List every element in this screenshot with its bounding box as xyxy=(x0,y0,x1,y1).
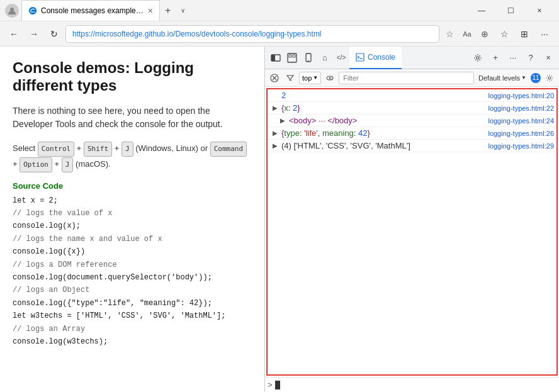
console-source-link[interactable]: logging-types.html:22 xyxy=(483,104,554,112)
console-row[interactable]: ▶{type: 'life', meaning: 42}logging-type… xyxy=(268,127,556,140)
console-row[interactable]: 2logging-types.html:20 xyxy=(268,89,556,102)
svg-rect-5 xyxy=(289,55,291,57)
page-title: Console demos: Logging different types xyxy=(13,59,252,94)
plus4: + xyxy=(55,159,60,169)
dt-customize-button[interactable] xyxy=(470,50,486,66)
console-input-row: > xyxy=(265,377,559,392)
dt-elements-button[interactable]: </> xyxy=(333,50,349,66)
maximize-button[interactable]: ☐ xyxy=(496,0,525,21)
forward-button[interactable]: → xyxy=(25,25,43,43)
console-context-select[interactable]: top ▼ xyxy=(299,72,321,84)
key-j: J xyxy=(121,142,133,157)
svg-rect-6 xyxy=(293,55,295,57)
minimize-button[interactable]: — xyxy=(467,0,496,21)
key-command: Command xyxy=(210,142,247,157)
key-shift: Shift xyxy=(84,142,112,157)
console-row[interactable]: ▶<body> ··· </body>logging-types.html:24 xyxy=(268,115,556,127)
console-value: (4) ['HTML', 'CSS', 'SVG', 'MathML'] xyxy=(281,141,483,150)
plus3: + xyxy=(13,159,18,169)
console-clear-button[interactable] xyxy=(268,71,281,85)
window-controls: — ☐ × xyxy=(467,0,554,21)
source-code-label: Source Code xyxy=(13,181,252,191)
refresh-button[interactable]: ↻ xyxy=(45,25,63,43)
instruction-text: Select Control + Shift + J (Windows, Lin… xyxy=(13,141,252,172)
svg-point-1 xyxy=(29,7,37,14)
dt-console-tab[interactable]: Console xyxy=(349,47,402,69)
tabs-area: Console messages examples: log... × + ∨ xyxy=(21,0,467,21)
back-button[interactable]: ← xyxy=(5,25,23,43)
console-source-link[interactable]: logging-types.html:20 xyxy=(483,92,554,99)
devtools-tabs: ⌂ </> Console xyxy=(268,47,402,69)
tab-close-button[interactable]: × xyxy=(148,6,153,16)
dt-more-tools-button[interactable]: + xyxy=(487,50,504,66)
default-levels-label: Default levels xyxy=(478,74,520,82)
plus1: + xyxy=(77,143,82,153)
svg-rect-3 xyxy=(271,55,275,61)
address-bar: ← → ↻ ☆ Aa ⊕ ☆ ⊞ ··· xyxy=(0,21,559,47)
instruction-select: Select xyxy=(13,143,35,153)
main-area: Console demos: Logging different types T… xyxy=(0,47,559,392)
dt-dock-button[interactable] xyxy=(268,50,284,66)
devtools-actions: + ··· ? × xyxy=(470,50,556,66)
console-output-box: 2logging-types.html:20▶{x: 2}logging-typ… xyxy=(266,88,558,376)
tab-favicon xyxy=(28,6,37,15)
default-levels-select[interactable]: Default levels ▼ xyxy=(476,74,529,82)
console-eye-button[interactable] xyxy=(323,71,337,85)
more-button[interactable]: ··· xyxy=(535,25,554,43)
avatar[interactable] xyxy=(5,4,19,18)
svg-point-11 xyxy=(477,57,479,59)
console-source-link[interactable]: logging-types.html:24 xyxy=(483,117,554,125)
svg-rect-9 xyxy=(356,53,364,61)
svg-point-17 xyxy=(548,77,551,79)
read-aloud-icon[interactable]: Aa xyxy=(460,26,475,42)
webpage-panel: Console demos: Logging different types T… xyxy=(0,47,264,392)
dt-help-button[interactable]: ? xyxy=(522,50,539,66)
console-source-link[interactable]: logging-types.html:29 xyxy=(483,142,554,150)
console-filter-input[interactable] xyxy=(339,72,474,84)
tab-title: Console messages examples: log... xyxy=(41,6,144,15)
title-bar: Console messages examples: log... × + ∨ … xyxy=(0,0,559,21)
console-icon xyxy=(356,53,364,62)
console-tab-label: Console xyxy=(368,53,395,62)
expand-arrow[interactable]: ▶ xyxy=(280,117,289,124)
console-row[interactable]: ▶(4) ['HTML', 'CSS', 'SVG', 'MathML']log… xyxy=(268,140,556,152)
console-cursor xyxy=(275,381,280,389)
devtools-topbar: ⌂ </> Console + ··· ? × xyxy=(265,47,559,69)
page-description: There is nothing to see here, you need t… xyxy=(13,104,252,131)
address-input[interactable] xyxy=(65,25,439,43)
collections-button[interactable]: ⊞ xyxy=(515,25,534,43)
console-row[interactable]: ▶{x: 2}logging-types.html:22 xyxy=(268,102,556,115)
favorites-toolbar-button[interactable]: ☆ xyxy=(495,25,514,43)
key-j2: J xyxy=(62,157,74,172)
code-block: let x = 2;// logs the value of xconsole.… xyxy=(13,194,252,349)
plus2: + xyxy=(115,143,120,153)
dt-inspect-button[interactable] xyxy=(284,50,300,66)
svg-point-16 xyxy=(329,77,331,79)
more-tools-icon[interactable]: ⊕ xyxy=(477,26,492,42)
expand-arrow[interactable]: ▶ xyxy=(273,104,281,111)
toolbar-right: ☆ ⊞ ··· xyxy=(495,25,554,43)
dt-more-button[interactable]: ··· xyxy=(505,50,521,66)
dt-close-button[interactable]: × xyxy=(540,50,556,66)
dt-home-button[interactable]: ⌂ xyxy=(317,50,333,66)
favorites-icon[interactable]: ☆ xyxy=(442,26,457,42)
error-count-badge: 11 xyxy=(531,73,541,83)
expand-arrow[interactable]: ▶ xyxy=(273,142,281,149)
dt-device-button[interactable] xyxy=(300,50,317,66)
console-prompt: > xyxy=(268,380,273,389)
new-tab-button[interactable]: + xyxy=(160,3,176,19)
instruction-or: (Windows, Linux) or xyxy=(135,143,208,153)
devtools-panel: ⌂ </> Console + ··· ? × xyxy=(264,47,559,392)
console-value: 2 xyxy=(281,91,483,100)
instruction-macos: (macOS). xyxy=(76,159,111,169)
svg-point-8 xyxy=(308,60,309,61)
console-filter-toggle[interactable] xyxy=(283,71,297,85)
tab-dropdown-button[interactable]: ∨ xyxy=(176,4,190,16)
expand-arrow[interactable]: ▶ xyxy=(273,130,281,137)
console-source-link[interactable]: logging-types.html:26 xyxy=(483,130,554,137)
console-settings-button[interactable] xyxy=(543,71,556,85)
key-control: Control xyxy=(38,142,74,157)
close-window-button[interactable]: × xyxy=(525,0,554,21)
active-tab[interactable]: Console messages examples: log... × xyxy=(21,0,160,21)
console-value: <body> ··· </body> xyxy=(289,116,483,125)
